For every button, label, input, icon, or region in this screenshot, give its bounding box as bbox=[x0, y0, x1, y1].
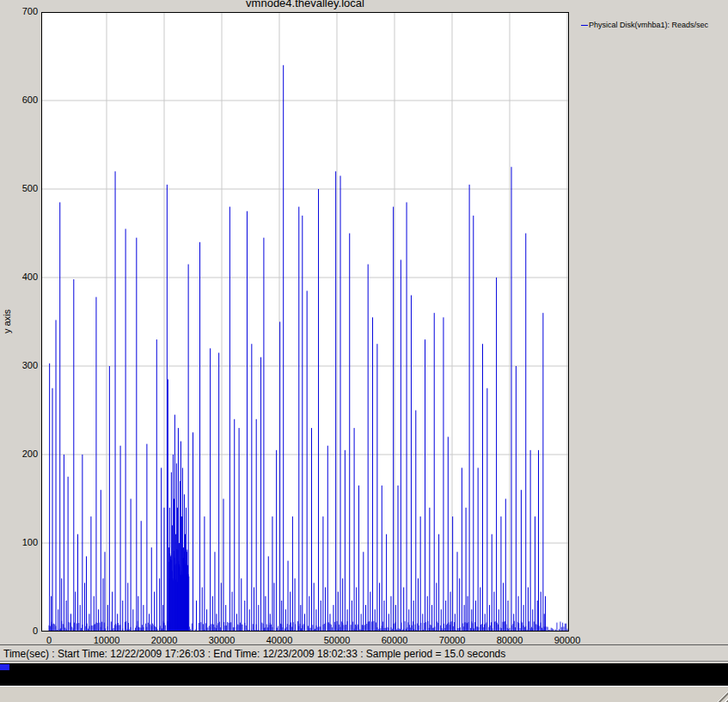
y-tick-label: 300 bbox=[3, 360, 38, 370]
legend: Physical Disk(vmhba1): Reads/sec bbox=[581, 21, 708, 29]
bottom-panel bbox=[0, 663, 728, 686]
legend-line-icon bbox=[581, 25, 588, 26]
resize-grip-icon[interactable] bbox=[713, 687, 728, 702]
time-summary-bar: Time(sec) : Start Time: 12/22/2009 17:26… bbox=[0, 644, 728, 662]
y-tick-label: 200 bbox=[3, 449, 38, 459]
chart-title: vmnode4.thevalley.local bbox=[41, 0, 569, 9]
screen: { "page": { "footer_text": "Time(sec) : … bbox=[0, 0, 728, 702]
y-tick-label: 600 bbox=[3, 95, 38, 105]
y-tick-label: 700 bbox=[3, 6, 38, 16]
y-axis-title: y axis bbox=[2, 302, 12, 340]
plot-canvas bbox=[41, 12, 569, 632]
legend-label: Physical Disk(vmhba1): Reads/sec bbox=[589, 21, 708, 29]
panel-accent bbox=[0, 664, 9, 670]
y-tick-label: 100 bbox=[3, 537, 38, 547]
y-tick-label: 500 bbox=[3, 183, 38, 193]
y-tick-label: 400 bbox=[3, 272, 38, 282]
horizontal-scrollbar[interactable] bbox=[0, 686, 728, 702]
